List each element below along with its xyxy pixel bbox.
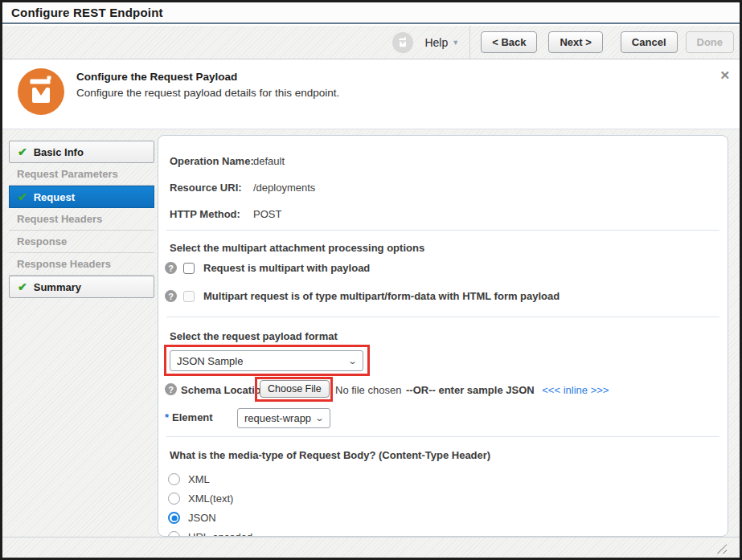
section-divider (166, 317, 719, 317)
media-type-option-json[interactable]: JSON (168, 512, 216, 524)
help-menu[interactable]: Help ▼ (424, 36, 459, 49)
close-icon[interactable]: ✕ (719, 68, 730, 83)
next-button[interactable]: Next > (548, 31, 602, 53)
radio-button[interactable] (168, 473, 180, 485)
back-button[interactable]: < Back (481, 31, 537, 53)
dialog-title: Configure REST Endpoint (11, 6, 163, 19)
page-subtitle: Configure the request payload details fo… (76, 87, 339, 99)
multipart-option-label: Multipart request is of type multipart/f… (203, 290, 560, 302)
multipart-heading: Select the multipart attachment processi… (170, 242, 424, 254)
summary-field-label: Operation Name: (170, 155, 254, 167)
sidebar-item-label: Basic Info (34, 146, 84, 158)
dialog-titlebar: Configure REST Endpoint (2, 2, 740, 24)
summary-field-row: Operation Name:default (170, 155, 254, 167)
media-type-option-xml[interactable]: XML (168, 473, 210, 485)
sidebar-item-request-headers: Request Headers (9, 208, 154, 231)
element-label: *Element (165, 411, 213, 423)
summary-field-label: Resource URI: (170, 182, 242, 194)
sidebar-item-label: Request (34, 191, 75, 203)
inline-link[interactable]: <<< inline >>> (542, 384, 609, 396)
chevron-down-icon: ⌄ (314, 413, 324, 423)
package-glyph-icon (396, 36, 409, 49)
sidebar-item-label: Request Parameters (17, 168, 118, 180)
check-icon: ✔ (18, 281, 27, 292)
summary-field-label: HTTP Method: (170, 208, 240, 220)
page-title: Configure the Request Payload (76, 71, 237, 83)
summary-field-value: POST (253, 208, 281, 220)
sidebar-item-response: Response (9, 231, 154, 253)
check-icon: ✔ (18, 146, 27, 157)
radio-button[interactable] (168, 531, 180, 537)
summary-field-row: HTTP Method:POST (170, 208, 240, 220)
chevron-down-icon: ▼ (452, 39, 459, 47)
radio-label: XML(text) (188, 493, 233, 505)
media-type-option-url-encoded[interactable]: URL-encoded (168, 531, 252, 537)
payload-format-heading: Select the request payload format (170, 330, 338, 342)
wizard-toolbar: Help ▼ < Back Next > Cancel Done (2, 26, 740, 59)
sidebar-item-label: Request Headers (17, 213, 102, 225)
wizard-steps-sidebar: ✔Basic InfoRequest Parameters✔RequestReq… (9, 141, 154, 298)
no-file-chosen-text: No file chosen (335, 384, 401, 396)
media-type-option-xml-text-[interactable]: XML(text) (168, 493, 233, 505)
sidebar-item-label: Response (17, 235, 67, 247)
summary-field-value: /deployments (253, 182, 315, 194)
section-divider (166, 230, 719, 231)
sidebar-item-response-headers: Response Headers (9, 253, 154, 276)
summary-field-value: default (253, 155, 285, 167)
cancel-button[interactable]: Cancel (621, 31, 678, 53)
sidebar-item-summary[interactable]: ✔Summary (9, 276, 154, 298)
element-selected-value: request-wrapper (244, 412, 311, 424)
multipart-option-row: ?Request is multipart with payload (165, 262, 370, 274)
rest-adapter-icon (18, 68, 64, 118)
multipart-option-row: ?Multipart request is of type multipart/… (165, 290, 560, 302)
or-enter-sample-json: --OR-- enter sample JSON <<< inline >>> (406, 384, 609, 396)
schema-location-label: Schema Location (181, 384, 268, 396)
required-marker: * (165, 411, 169, 423)
payload-format-select[interactable]: JSON Sample ⌄ (170, 350, 363, 371)
request-payload-panel: Operation Name:defaultResource URI:/depl… (158, 135, 728, 537)
section-divider (166, 436, 719, 437)
toolbar-divider (469, 26, 470, 59)
choose-file-button[interactable]: Choose File (260, 380, 330, 398)
resize-grip-icon[interactable] (716, 544, 727, 554)
sidebar-item-label: Response Headers (17, 258, 111, 270)
multipart-option-label: Request is multipart with payload (203, 262, 370, 274)
wizard-body: ✔Basic InfoRequest Parameters✔RequestReq… (2, 129, 740, 537)
configure-rest-endpoint-dialog: Configure REST Endpoint Help ▼ < Back Ne… (0, 0, 742, 560)
radio-button[interactable] (168, 512, 180, 524)
help-question-icon: ? (165, 290, 177, 302)
help-label: Help (424, 36, 448, 49)
or-text: --OR-- enter sample JSON (406, 384, 535, 396)
payload-format-selected-value: JSON Sample (177, 355, 344, 367)
sidebar-item-request[interactable]: ✔Request (9, 186, 154, 208)
help-question-icon: ? (165, 262, 177, 274)
radio-label: URL-encoded (188, 531, 252, 537)
multipart-checkbox[interactable] (183, 263, 195, 274)
multipart-checkbox (183, 291, 195, 302)
check-icon: ✔ (18, 191, 27, 202)
sidebar-item-request-parameters: Request Parameters (9, 163, 154, 186)
radio-button[interactable] (168, 493, 180, 505)
chevron-down-icon: ⌄ (347, 356, 357, 366)
summary-field-row: Resource URI:/deployments (170, 182, 242, 194)
media-type-heading: What is the media-type of Request Body? … (170, 449, 490, 461)
element-select[interactable]: request-wrapper ⌄ (237, 408, 330, 428)
adapter-avatar-icon (392, 32, 413, 53)
done-button-disabled: Done (686, 31, 735, 53)
dialog-footer (2, 537, 740, 558)
radio-label: JSON (188, 512, 216, 524)
help-question-icon: ? (165, 383, 177, 395)
radio-label: XML (188, 473, 210, 485)
sidebar-item-basic-info[interactable]: ✔Basic Info (9, 141, 154, 163)
sidebar-item-label: Summary (34, 281, 81, 293)
wizard-header: Configure the Request Payload Configure … (2, 60, 740, 129)
element-label-text: Element (172, 411, 213, 423)
